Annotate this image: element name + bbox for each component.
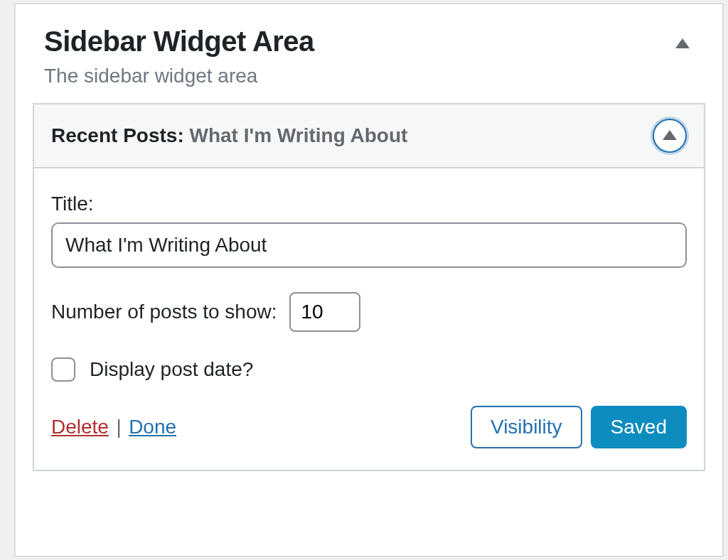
widget-body: Title: Number of posts to show: Display … [34, 168, 704, 470]
widget-header[interactable]: Recent Posts: What I'm Writing About [34, 104, 704, 168]
chevron-up-icon [663, 130, 677, 140]
collapse-panel-icon[interactable] [675, 38, 690, 48]
panel-header-text: Sidebar Widget Area The sidebar widget a… [44, 26, 314, 87]
sidebar-widget-area-panel: Sidebar Widget Area The sidebar widget a… [14, 3, 724, 557]
widget-title: Recent Posts: What I'm Writing About [51, 124, 407, 147]
visibility-button[interactable]: Visibility [471, 406, 582, 448]
panel-header[interactable]: Sidebar Widget Area The sidebar widget a… [16, 4, 722, 103]
left-links: Delete | Done [51, 416, 176, 438]
title-field-label: Title: [51, 193, 687, 215]
done-link[interactable]: Done [129, 416, 176, 438]
widget-instance-title: What I'm Writing About [190, 124, 408, 146]
number-of-posts-label: Number of posts to show: [51, 301, 277, 323]
right-buttons: Visibility Saved [471, 406, 687, 448]
recent-posts-widget: Recent Posts: What I'm Writing About Tit… [33, 103, 705, 471]
number-of-posts-input[interactable] [289, 292, 360, 332]
panel-description: The sidebar widget area [44, 65, 314, 87]
page-root: Sidebar Widget Area The sidebar widget a… [0, 3, 728, 560]
panel-title: Sidebar Widget Area [44, 26, 314, 58]
delete-link[interactable]: Delete [51, 416, 109, 438]
widget-type-label: Recent Posts: [51, 124, 184, 146]
collapse-widget-button[interactable] [653, 119, 687, 153]
display-post-date-label: Display post date? [90, 358, 253, 381]
display-post-date-checkbox[interactable] [51, 357, 75, 382]
display-post-date-row: Display post date? [51, 357, 687, 382]
saved-button[interactable]: Saved [591, 406, 687, 448]
widget-actions-row: Delete | Done Visibility Saved [51, 406, 687, 448]
link-separator: | [116, 416, 121, 438]
number-of-posts-row: Number of posts to show: [51, 292, 687, 332]
title-input[interactable] [51, 222, 687, 268]
